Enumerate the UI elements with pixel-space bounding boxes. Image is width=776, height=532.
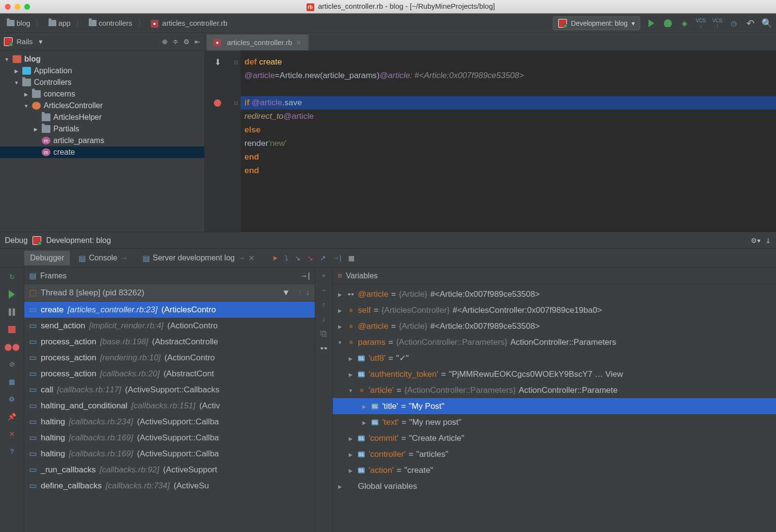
- stack-frame[interactable]: ▭_run_callbacks [callbacks.rb:92] (Activ…: [24, 462, 315, 478]
- copy-icon[interactable]: ⿻: [321, 330, 327, 338]
- variable-row[interactable]: 01'authenticity_token' = "PjMMRewuEOKCgc…: [333, 366, 776, 382]
- expand-arrow-icon[interactable]: [337, 323, 343, 329]
- breadcrumb-item[interactable]: controllers: [86, 17, 135, 29]
- fold-column[interactable]: ⊟⊟: [231, 50, 241, 232]
- expand-arrow-icon[interactable]: [23, 102, 29, 109]
- pin-button[interactable]: 📌: [7, 411, 17, 422]
- variable-row[interactable]: Global variables: [333, 478, 776, 494]
- expand-arrow-icon[interactable]: [347, 355, 354, 361]
- tree-node[interactable]: Partials: [0, 123, 204, 135]
- watches-icon[interactable]: 👓: [320, 344, 328, 352]
- gutter-row[interactable]: [205, 96, 230, 110]
- variable-row[interactable]: 01'controller' = "articles": [333, 446, 776, 462]
- expand-arrow-icon[interactable]: [347, 468, 354, 473]
- stack-frame[interactable]: ▭call [callbacks.rb:117] (ActiveSupport:…: [24, 382, 315, 398]
- undo-button[interactable]: ↶: [745, 18, 756, 29]
- coverage-button[interactable]: ◆: [679, 18, 690, 29]
- variable-row[interactable]: 01'commit' = "Create Article": [333, 430, 776, 446]
- expand-arrow-icon[interactable]: [23, 91, 29, 97]
- method-marker-icon[interactable]: ⬇: [214, 57, 221, 67]
- search-button[interactable]: 🔍: [761, 18, 772, 29]
- stack-frame[interactable]: ▭halting [callbacks.rb:169] (ActiveSuppo…: [24, 446, 315, 462]
- gutter-row[interactable]: [205, 110, 230, 123]
- force-step-into-icon[interactable]: ↘: [307, 254, 313, 262]
- expand-arrow-icon[interactable]: [337, 291, 343, 297]
- variable-row[interactable]: 01'title' = "My Post": [333, 398, 776, 414]
- expand-arrow-icon[interactable]: [337, 484, 343, 489]
- tree-node[interactable]: ArticlesController: [0, 100, 204, 112]
- evaluate-icon[interactable]: ▦: [348, 254, 355, 262]
- stack-frame[interactable]: ▭send_action [implicit_render.rb:4] (Act…: [24, 318, 315, 334]
- add-watch-icon[interactable]: +: [322, 272, 325, 279]
- expand-arrow-icon[interactable]: [14, 79, 19, 86]
- tab-debugger[interactable]: Debugger: [24, 251, 70, 265]
- code-line[interactable]: redirect_to @article: [241, 110, 776, 123]
- tab-console[interactable]: ▤Console→: [73, 251, 134, 266]
- fold-handle[interactable]: [231, 150, 241, 164]
- mute-breakpoints-button[interactable]: ⊘: [7, 359, 17, 370]
- step-over-icon[interactable]: ⤵: [285, 254, 288, 262]
- frames-list[interactable]: ▭create [articles_controller.rb:23] (Art…: [24, 302, 315, 532]
- settings-button[interactable]: ⚙: [7, 394, 17, 404]
- stack-frame[interactable]: ▭halting [callbacks.rb:169] (ActiveSuppo…: [24, 430, 315, 446]
- expand-arrow-icon[interactable]: [347, 387, 354, 393]
- breadcrumb-item[interactable]: app: [46, 17, 73, 29]
- stack-frame[interactable]: ▭process_action [rendering.rb:10] (Actio…: [24, 350, 315, 366]
- variable-row[interactable]: ≡params = {ActionController::Parameters}…: [333, 334, 776, 350]
- breakpoint-icon[interactable]: [214, 99, 221, 107]
- vcs-update-button[interactable]: VCS↓: [695, 18, 706, 29]
- code-line[interactable]: render 'new': [241, 137, 776, 150]
- stack-frame[interactable]: ▭process_action [callbacks.rb:20] (Abstr…: [24, 366, 315, 382]
- editor-tab[interactable]: ● articles_controller.rb ✕: [207, 34, 308, 50]
- resume-button[interactable]: [7, 289, 17, 300]
- close-tab-icon[interactable]: ✕: [296, 39, 302, 47]
- zoom-window-button[interactable]: [24, 4, 30, 10]
- code-content[interactable]: def create @article = Article.new(articl…: [241, 50, 776, 232]
- fold-handle[interactable]: [231, 110, 241, 123]
- stack-frame[interactable]: ▭define_callbacks [callbacks.rb:734] (Ac…: [24, 478, 315, 494]
- tree-node[interactable]: Controllers: [0, 77, 204, 88]
- expand-arrow-icon[interactable]: [347, 371, 354, 377]
- help-button[interactable]: ?: [7, 446, 17, 457]
- tree-node[interactable]: concerns: [0, 88, 204, 100]
- fold-handle[interactable]: [231, 123, 241, 137]
- code-line[interactable]: def create: [241, 55, 776, 69]
- tree-node[interactable]: mcreate: [0, 146, 204, 158]
- expand-arrow-icon[interactable]: [337, 339, 343, 345]
- step-into-icon[interactable]: ↘: [295, 254, 301, 262]
- gutter-row[interactable]: [205, 69, 230, 82]
- gutter-row[interactable]: [205, 150, 230, 164]
- next-frame-icon[interactable]: ↓: [306, 288, 310, 298]
- run-to-cursor-icon[interactable]: →|: [333, 254, 341, 262]
- step-out-icon[interactable]: ↗: [320, 254, 326, 262]
- expand-arrow-icon[interactable]: [347, 451, 354, 457]
- gutter-row[interactable]: [205, 123, 230, 137]
- vcs-commit-button[interactable]: VCS↑: [712, 18, 723, 29]
- expand-arrow-icon[interactable]: [347, 435, 354, 441]
- tab-server-log[interactable]: ▤Server development log→✕: [137, 251, 260, 266]
- sidebar-view-selector[interactable]: Rails ▾: [16, 37, 158, 46]
- fold-handle[interactable]: [231, 137, 241, 150]
- variable-row[interactable]: ≡@article = {Article} #<Article:0x007f98…: [333, 318, 776, 334]
- expand-arrow-icon[interactable]: [337, 307, 343, 313]
- tree-node[interactable]: Application: [0, 65, 204, 77]
- variable-row[interactable]: 01'utf8' = "✓": [333, 350, 776, 366]
- gutter-row[interactable]: [205, 164, 230, 177]
- tree-node[interactable]: ArticlesHelper: [0, 112, 204, 123]
- expand-arrow-icon[interactable]: [33, 126, 39, 132]
- close-tab-icon[interactable]: ✕: [248, 254, 255, 263]
- gear-icon[interactable]: ⚙: [183, 38, 190, 46]
- restore-layout-icon[interactable]: →|: [300, 272, 310, 280]
- code-line[interactable]: end: [241, 150, 776, 164]
- run-configuration-selector[interactable]: Development: blog ▾: [553, 16, 640, 30]
- code-line[interactable]: @article = Article.new(article_params) @…: [241, 69, 776, 82]
- gutter-row[interactable]: [205, 82, 230, 96]
- run-button[interactable]: [646, 18, 657, 29]
- variable-row[interactable]: ≡self = {ArticlesController} #<ArticlesC…: [333, 302, 776, 318]
- rerun-button[interactable]: ↻: [7, 272, 17, 282]
- variable-row[interactable]: ≡'article' = {ActionController::Paramete…: [333, 382, 776, 398]
- target-icon[interactable]: ⊕: [162, 38, 168, 46]
- tree-node[interactable]: marticle_params: [0, 135, 204, 146]
- code-line[interactable]: [241, 82, 776, 96]
- minimize-window-button[interactable]: [15, 4, 20, 10]
